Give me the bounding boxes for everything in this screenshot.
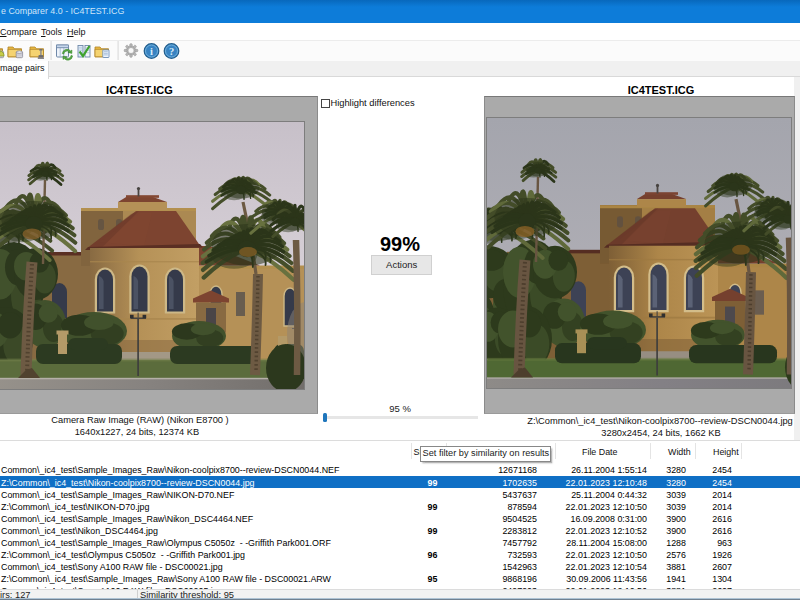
svg-text:?: ? — [169, 46, 174, 57]
svg-text:i: i — [150, 46, 153, 57]
